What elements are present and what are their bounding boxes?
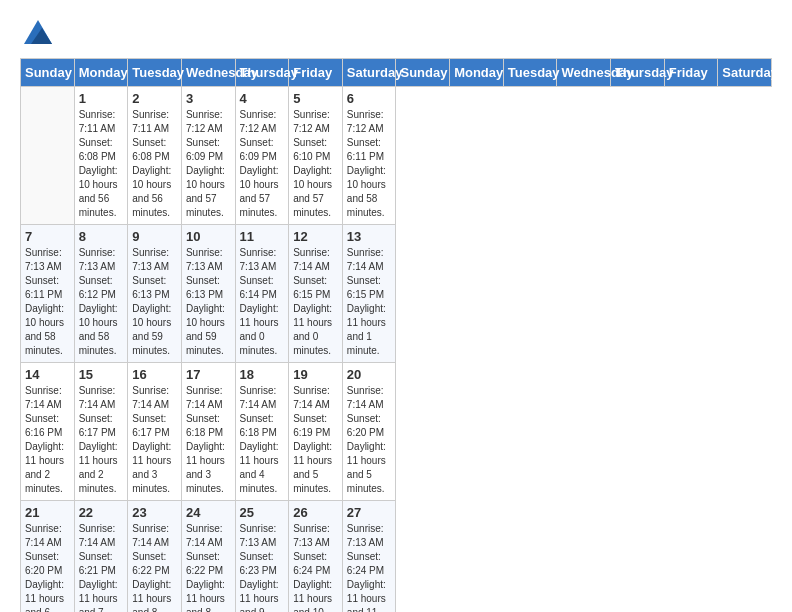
day-info: Sunrise: 7:12 AMSunset: 6:09 PMDaylight:… [240, 108, 285, 220]
calendar-week-row: 7Sunrise: 7:13 AMSunset: 6:11 PMDaylight… [21, 225, 772, 363]
day-info: Sunrise: 7:14 AMSunset: 6:20 PMDaylight:… [347, 384, 392, 496]
day-number: 25 [240, 505, 285, 520]
calendar-cell: 15Sunrise: 7:14 AMSunset: 6:17 PMDayligh… [74, 363, 128, 501]
day-number: 23 [132, 505, 177, 520]
day-number: 3 [186, 91, 231, 106]
day-info: Sunrise: 7:13 AMSunset: 6:12 PMDaylight:… [79, 246, 124, 358]
day-info: Sunrise: 7:13 AMSunset: 6:24 PMDaylight:… [347, 522, 392, 612]
calendar-cell [21, 87, 75, 225]
column-header-tuesday: Tuesday [503, 59, 557, 87]
day-number: 16 [132, 367, 177, 382]
calendar-day-header: Thursday [235, 59, 289, 87]
calendar-cell: 26Sunrise: 7:13 AMSunset: 6:24 PMDayligh… [289, 501, 343, 613]
day-number: 5 [293, 91, 338, 106]
column-header-monday: Monday [450, 59, 504, 87]
day-number: 1 [79, 91, 124, 106]
column-header-friday: Friday [664, 59, 718, 87]
logo-icon [24, 20, 52, 48]
calendar-table: SundayMondayTuesdayWednesdayThursdayFrid… [20, 58, 772, 612]
calendar-day-header: Sunday [21, 59, 75, 87]
day-info: Sunrise: 7:13 AMSunset: 6:13 PMDaylight:… [186, 246, 231, 358]
calendar-cell: 12Sunrise: 7:14 AMSunset: 6:15 PMDayligh… [289, 225, 343, 363]
calendar-cell: 6Sunrise: 7:12 AMSunset: 6:11 PMDaylight… [342, 87, 396, 225]
calendar-cell: 3Sunrise: 7:12 AMSunset: 6:09 PMDaylight… [181, 87, 235, 225]
day-info: Sunrise: 7:13 AMSunset: 6:24 PMDaylight:… [293, 522, 338, 612]
day-number: 22 [79, 505, 124, 520]
day-info: Sunrise: 7:12 AMSunset: 6:11 PMDaylight:… [347, 108, 392, 220]
day-number: 2 [132, 91, 177, 106]
day-info: Sunrise: 7:14 AMSunset: 6:19 PMDaylight:… [293, 384, 338, 496]
day-number: 6 [347, 91, 392, 106]
column-header-saturday: Saturday [718, 59, 772, 87]
page-header [20, 20, 772, 48]
day-number: 10 [186, 229, 231, 244]
day-number: 17 [186, 367, 231, 382]
day-number: 27 [347, 505, 392, 520]
logo [20, 20, 52, 48]
calendar-cell: 24Sunrise: 7:14 AMSunset: 6:22 PMDayligh… [181, 501, 235, 613]
day-number: 11 [240, 229, 285, 244]
day-info: Sunrise: 7:13 AMSunset: 6:13 PMDaylight:… [132, 246, 177, 358]
calendar-cell: 14Sunrise: 7:14 AMSunset: 6:16 PMDayligh… [21, 363, 75, 501]
column-header-sunday: Sunday [396, 59, 450, 87]
day-number: 12 [293, 229, 338, 244]
calendar-cell: 17Sunrise: 7:14 AMSunset: 6:18 PMDayligh… [181, 363, 235, 501]
calendar-cell: 16Sunrise: 7:14 AMSunset: 6:17 PMDayligh… [128, 363, 182, 501]
day-number: 15 [79, 367, 124, 382]
day-number: 13 [347, 229, 392, 244]
calendar-day-header: Monday [74, 59, 128, 87]
day-info: Sunrise: 7:11 AMSunset: 6:08 PMDaylight:… [132, 108, 177, 220]
calendar-header-row: SundayMondayTuesdayWednesdayThursdayFrid… [21, 59, 772, 87]
day-info: Sunrise: 7:14 AMSunset: 6:15 PMDaylight:… [347, 246, 392, 358]
calendar-week-row: 14Sunrise: 7:14 AMSunset: 6:16 PMDayligh… [21, 363, 772, 501]
calendar-cell: 20Sunrise: 7:14 AMSunset: 6:20 PMDayligh… [342, 363, 396, 501]
day-number: 4 [240, 91, 285, 106]
calendar-cell: 19Sunrise: 7:14 AMSunset: 6:19 PMDayligh… [289, 363, 343, 501]
calendar-cell: 21Sunrise: 7:14 AMSunset: 6:20 PMDayligh… [21, 501, 75, 613]
calendar-cell: 27Sunrise: 7:13 AMSunset: 6:24 PMDayligh… [342, 501, 396, 613]
day-info: Sunrise: 7:13 AMSunset: 6:14 PMDaylight:… [240, 246, 285, 358]
day-number: 7 [25, 229, 70, 244]
day-number: 14 [25, 367, 70, 382]
day-number: 24 [186, 505, 231, 520]
day-info: Sunrise: 7:14 AMSunset: 6:17 PMDaylight:… [79, 384, 124, 496]
day-info: Sunrise: 7:14 AMSunset: 6:22 PMDaylight:… [132, 522, 177, 612]
calendar-cell: 5Sunrise: 7:12 AMSunset: 6:10 PMDaylight… [289, 87, 343, 225]
calendar-cell: 22Sunrise: 7:14 AMSunset: 6:21 PMDayligh… [74, 501, 128, 613]
calendar-cell: 4Sunrise: 7:12 AMSunset: 6:09 PMDaylight… [235, 87, 289, 225]
calendar-day-header: Friday [289, 59, 343, 87]
calendar-cell: 10Sunrise: 7:13 AMSunset: 6:13 PMDayligh… [181, 225, 235, 363]
day-number: 18 [240, 367, 285, 382]
day-info: Sunrise: 7:14 AMSunset: 6:18 PMDaylight:… [186, 384, 231, 496]
calendar-week-row: 1Sunrise: 7:11 AMSunset: 6:08 PMDaylight… [21, 87, 772, 225]
calendar-cell: 25Sunrise: 7:13 AMSunset: 6:23 PMDayligh… [235, 501, 289, 613]
day-info: Sunrise: 7:11 AMSunset: 6:08 PMDaylight:… [79, 108, 124, 220]
calendar-cell: 2Sunrise: 7:11 AMSunset: 6:08 PMDaylight… [128, 87, 182, 225]
calendar-cell: 18Sunrise: 7:14 AMSunset: 6:18 PMDayligh… [235, 363, 289, 501]
calendar-cell: 11Sunrise: 7:13 AMSunset: 6:14 PMDayligh… [235, 225, 289, 363]
calendar-cell: 23Sunrise: 7:14 AMSunset: 6:22 PMDayligh… [128, 501, 182, 613]
day-number: 8 [79, 229, 124, 244]
day-info: Sunrise: 7:13 AMSunset: 6:11 PMDaylight:… [25, 246, 70, 358]
calendar-cell: 8Sunrise: 7:13 AMSunset: 6:12 PMDaylight… [74, 225, 128, 363]
day-info: Sunrise: 7:14 AMSunset: 6:21 PMDaylight:… [79, 522, 124, 612]
day-info: Sunrise: 7:14 AMSunset: 6:17 PMDaylight:… [132, 384, 177, 496]
day-info: Sunrise: 7:14 AMSunset: 6:22 PMDaylight:… [186, 522, 231, 612]
day-info: Sunrise: 7:14 AMSunset: 6:18 PMDaylight:… [240, 384, 285, 496]
calendar-cell: 7Sunrise: 7:13 AMSunset: 6:11 PMDaylight… [21, 225, 75, 363]
day-number: 19 [293, 367, 338, 382]
day-info: Sunrise: 7:12 AMSunset: 6:09 PMDaylight:… [186, 108, 231, 220]
day-info: Sunrise: 7:12 AMSunset: 6:10 PMDaylight:… [293, 108, 338, 220]
column-header-wednesday: Wednesday [557, 59, 611, 87]
day-info: Sunrise: 7:13 AMSunset: 6:23 PMDaylight:… [240, 522, 285, 612]
calendar-cell: 1Sunrise: 7:11 AMSunset: 6:08 PMDaylight… [74, 87, 128, 225]
day-info: Sunrise: 7:14 AMSunset: 6:15 PMDaylight:… [293, 246, 338, 358]
calendar-cell: 9Sunrise: 7:13 AMSunset: 6:13 PMDaylight… [128, 225, 182, 363]
day-number: 21 [25, 505, 70, 520]
day-number: 20 [347, 367, 392, 382]
column-header-thursday: Thursday [611, 59, 665, 87]
calendar-cell: 13Sunrise: 7:14 AMSunset: 6:15 PMDayligh… [342, 225, 396, 363]
day-number: 26 [293, 505, 338, 520]
calendar-day-header: Saturday [342, 59, 396, 87]
calendar-week-row: 21Sunrise: 7:14 AMSunset: 6:20 PMDayligh… [21, 501, 772, 613]
